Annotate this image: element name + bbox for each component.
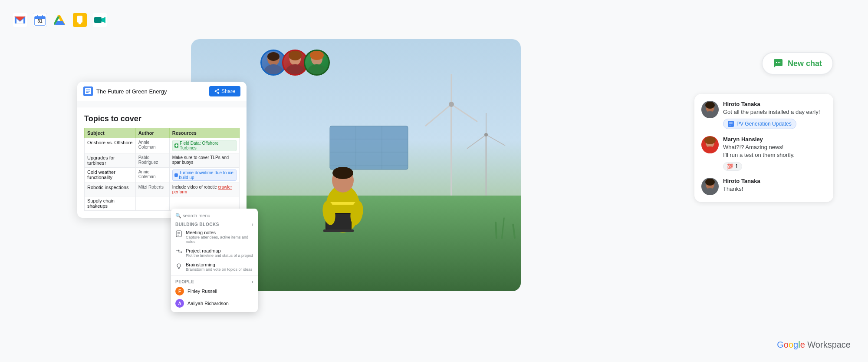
svg-rect-62: [86, 90, 90, 90]
aaliyah-avatar: A: [175, 299, 184, 308]
svg-rect-80: [729, 124, 733, 124]
docs-tag-icon: [728, 121, 734, 127]
docs-section-title: Topics to cover: [84, 114, 240, 123]
svg-point-76: [705, 102, 715, 109]
svg-point-55: [289, 50, 302, 60]
maryn-name: Maryn Hansley: [723, 136, 826, 143]
cell-subject: Cold weather functionality: [85, 168, 136, 183]
table-row: Upgrades for turbines↑ Pablo Rodriguez M…: [85, 153, 240, 168]
hiroto-avatar-1: [701, 101, 719, 118]
svg-rect-15: [94, 17, 102, 23]
finley-avatar: F: [175, 287, 184, 296]
google-workspace-branding: Google Workspace: [777, 340, 851, 350]
svg-point-52: [267, 52, 279, 61]
hiroto-name-1: Hiroto Tanaka: [723, 101, 826, 107]
bb-project-roadmap[interactable]: Project roadmap Plot the timeline and st…: [171, 246, 258, 260]
bb-person-finley[interactable]: F Finley Russell: [171, 285, 258, 297]
svg-point-59: [307, 64, 326, 76]
svg-point-83: [704, 136, 716, 144]
cell-subject: Supply chain shakeups: [85, 196, 136, 211]
svg-rect-63: [86, 91, 90, 92]
svg-point-37: [332, 167, 353, 179]
meeting-notes-icon: [175, 230, 182, 237]
emoji-icon: 💯: [727, 163, 733, 169]
building-blocks-dropdown: 🔍 search menu BUILDING BLOCKS › Meeting …: [171, 209, 258, 312]
docs-header: The Future of Green Energy Share: [77, 82, 247, 101]
new-chat-button[interactable]: New chat: [762, 52, 833, 75]
svg-point-56: [286, 64, 305, 76]
svg-rect-81: [729, 125, 731, 125]
avatar-3: [304, 50, 330, 76]
chat-message-3: Hiroto Tanaka Thanks!: [701, 178, 826, 195]
docs-card: The Future of Green Energy Share Topics …: [77, 82, 247, 218]
hiroto-text-2: Thanks!: [723, 185, 826, 193]
bb-divider: [171, 276, 258, 276]
share-button[interactable]: Share: [209, 86, 240, 96]
table-row: Robotic inspections Mitzi Roberts Includ…: [85, 183, 240, 196]
bb-meeting-notes[interactable]: Meeting notes Capture attendees, active …: [171, 228, 258, 246]
cell-resource: Turbine downtime due to ice build up: [169, 168, 239, 183]
docs-body: Topics to cover Subject Author Resources…: [77, 107, 247, 218]
col-header-subject: Subject: [85, 128, 136, 138]
hiroto-name-2: Hiroto Tanaka: [723, 178, 826, 184]
chat-message-1: Hiroto Tanaka Got all the panels install…: [701, 101, 826, 129]
svg-rect-13: [79, 23, 81, 24]
emoji-reaction[interactable]: 💯 1: [723, 162, 742, 171]
svg-text:31: 31: [37, 19, 43, 23]
hiroto-text-1: Got all the panels installed a day early…: [723, 108, 826, 116]
svg-rect-79: [729, 123, 733, 123]
hiroto-avatar-2: [701, 178, 719, 195]
svg-point-73: [177, 264, 181, 267]
cell-author: Annie Coleman: [135, 168, 169, 183]
bb-search[interactable]: 🔍 search menu: [171, 211, 258, 220]
cell-author: [135, 196, 169, 211]
table-row: Onshore vs. Offshore Annie Coleman Field…: [85, 138, 240, 153]
bb-section-building-blocks: BUILDING BLOCKS ›: [171, 220, 258, 228]
cell-author: Annie Coleman: [135, 138, 169, 153]
svg-rect-64: [86, 92, 89, 93]
svg-point-29: [449, 102, 454, 107]
cell-resource: Include video of robotic crawler perform: [169, 183, 239, 196]
bb-section-people: PEOPLE ›: [171, 278, 258, 285]
cell-subject: Onshore vs. Offshore: [85, 138, 136, 153]
doc-tag[interactable]: PV Generation Updates: [723, 119, 796, 129]
svg-rect-38: [330, 202, 356, 205]
new-chat-label: New chat: [788, 59, 822, 68]
svg-point-86: [705, 179, 715, 186]
cell-author: Pablo Rodriguez: [135, 153, 169, 168]
svg-rect-66: [174, 173, 178, 177]
svg-rect-19: [330, 126, 408, 169]
svg-rect-12: [77, 16, 82, 23]
cell-resource: Field Data: Offshore Turbines: [169, 138, 239, 153]
col-header-author: Author: [135, 128, 169, 138]
photo-participant-avatars: [260, 50, 330, 76]
keep-icon[interactable]: [72, 12, 88, 28]
project-roadmap-icon: [175, 249, 182, 256]
chat-bubble-icon: [773, 58, 783, 69]
calendar-icon[interactable]: 31: [32, 12, 48, 28]
svg-point-58: [310, 50, 324, 60]
cell-subject: Robotic inspections: [85, 183, 136, 196]
docs-toolbar: [77, 101, 247, 107]
svg-point-87: [702, 188, 718, 195]
chat-messages: Hiroto Tanaka Got all the panels install…: [694, 94, 833, 202]
maryn-text: What?!? Amazing news!I'll run a test on …: [723, 143, 826, 159]
reaction-count: 1: [735, 163, 738, 169]
brainstorming-icon: [175, 262, 182, 269]
cell-subject: Upgrades for turbines↑: [85, 153, 136, 168]
meet-icon[interactable]: [92, 12, 108, 28]
maryn-avatar: [701, 136, 719, 153]
svg-point-72: [181, 252, 182, 253]
col-header-resources: Resources: [169, 128, 239, 138]
gmail-icon[interactable]: [12, 12, 28, 28]
docs-icon: [83, 86, 93, 96]
svg-point-71: [178, 250, 180, 251]
svg-point-53: [264, 64, 283, 76]
cell-resource: Make sure to cover TLPs and spar buoys: [169, 153, 239, 168]
bb-brainstorming[interactable]: Brainstorming Brainstorm and vote on top…: [171, 260, 258, 274]
bb-person-aaliyah[interactable]: A Aaliyah Richardson: [171, 297, 258, 309]
table-row: Cold weather functionality Annie Coleman…: [85, 168, 240, 183]
drive-icon[interactable]: [52, 12, 68, 28]
chat-panel: New chat Hiroto Tanaka Got all the panel…: [694, 52, 833, 202]
svg-point-34: [484, 133, 488, 136]
